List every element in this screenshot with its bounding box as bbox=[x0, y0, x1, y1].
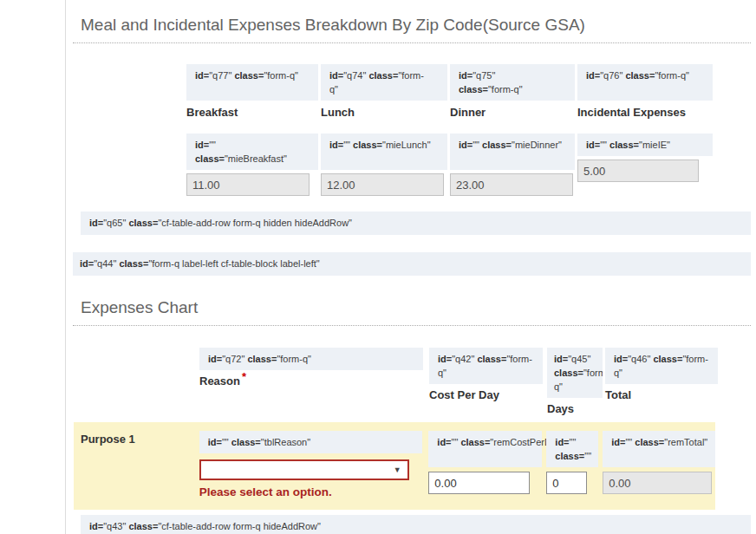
breakfast-label: Breakfast bbox=[186, 106, 238, 119]
reason-validation-error: Please select an option. bbox=[199, 485, 332, 498]
dinner-input bbox=[450, 173, 573, 196]
header-column-total: id="q46" class="form-q" Total bbox=[605, 348, 718, 401]
annotation-rem-cost-per-day: id="" class="remCostPerDay" bbox=[428, 431, 542, 467]
annotation-q72: id="q72" class="form-q" bbox=[199, 348, 423, 370]
annotation-rem-total: id="" class="remTotal" bbox=[603, 431, 715, 467]
total-input bbox=[603, 472, 712, 494]
cost-per-day-input[interactable] bbox=[428, 472, 530, 494]
purpose-1-row: Purpose 1 id="" class="tblReason" ▼ Plea… bbox=[74, 422, 715, 510]
annotation-bar-q65: id="q65" class="cf-table-add-row form-q … bbox=[81, 212, 751, 235]
reason-select[interactable]: ▼ bbox=[199, 459, 409, 480]
annotation-mie-breakfast: id="" class="mieBreakfast" bbox=[186, 134, 318, 170]
mie-table: id="q77" class="form-q" Breakfast id="" … bbox=[186, 64, 756, 196]
row-column-total: id="" class="remTotal" bbox=[603, 431, 715, 494]
annotation-tbl-reason: id="" class="tblReason" bbox=[199, 431, 423, 453]
annotation-q75: id="q75" class="form-q" bbox=[450, 64, 575, 101]
row-column-cost-per-day: id="" class="remCostPerDay" bbox=[428, 431, 542, 494]
annotation-bar-q43: id="q43" class="cf-table-add-row form-q … bbox=[81, 515, 751, 534]
incidental-expenses-label: Incidental Expenses bbox=[577, 106, 686, 119]
annotation-mie-ie: id="" class="mieIE" bbox=[577, 134, 713, 156]
annotation-q42: id="q42" class="form-q" bbox=[429, 348, 543, 384]
breakfast-input bbox=[186, 173, 310, 196]
annotation-mie-lunch: id="" class="mieLunch" bbox=[321, 134, 447, 170]
purpose-1-label: Purpose 1 bbox=[74, 431, 199, 446]
mie-section-title: Meal and Incidental Expenses Breakdown B… bbox=[73, 16, 751, 43]
days-input[interactable] bbox=[546, 472, 587, 494]
reason-label: Reason* bbox=[199, 374, 246, 387]
lunch-label: Lunch bbox=[321, 106, 355, 119]
expenses-table-header: id="q72" class="form-q" Reason* id="q42"… bbox=[199, 348, 756, 415]
header-column-reason: id="q72" class="form-q" Reason* bbox=[199, 348, 423, 387]
mie-column-dinner: id="q75" class="form-q" Dinner id="" cla… bbox=[450, 64, 575, 196]
left-border-divider bbox=[65, 0, 66, 534]
annotation-q77: id="q77" class="form-q" bbox=[186, 64, 318, 101]
mie-column-incidental: id="q76" class="form-q" Incidental Expen… bbox=[577, 64, 713, 196]
mie-column-breakfast: id="q77" class="form-q" Breakfast id="" … bbox=[186, 64, 318, 196]
header-column-cost-per-day: id="q42" class="form-q" Cost Per Day bbox=[429, 348, 543, 401]
annotation-q46: id="q46" class="form-q" bbox=[605, 348, 718, 384]
reason-label-text: Reason bbox=[199, 374, 240, 387]
days-label: Days bbox=[547, 402, 574, 415]
dinner-label: Dinner bbox=[450, 106, 486, 119]
annotation-q45: id="q45" class="form-q" bbox=[547, 348, 603, 398]
row-column-days: id="" class="" bbox=[546, 431, 598, 494]
lunch-input bbox=[321, 173, 444, 196]
annotation-q74: id="q74" class="form-q" bbox=[321, 64, 447, 101]
header-column-days: id="q45" class="form-q" Days bbox=[547, 348, 603, 415]
cost-per-day-label: Cost Per Day bbox=[429, 388, 499, 401]
chevron-down-icon: ▼ bbox=[394, 466, 401, 474]
row-column-reason: id="" class="tblReason" ▼ Please select … bbox=[199, 431, 423, 498]
incidental-expenses-input bbox=[577, 160, 699, 182]
required-star: * bbox=[242, 370, 246, 383]
annotation-days-field: id="" class="" bbox=[546, 431, 598, 467]
annotation-q76: id="q76" class="form-q" bbox=[577, 64, 713, 101]
mie-column-lunch: id="q74" class="form-q" Lunch id="" clas… bbox=[321, 64, 447, 196]
annotation-mie-dinner: id="" class="mieDinner" bbox=[450, 134, 575, 170]
total-label: Total bbox=[605, 388, 631, 401]
expenses-section-title: Expenses Chart bbox=[73, 298, 751, 326]
annotation-bar-q44: id="q44" class="form-q label-left cf-tab… bbox=[73, 252, 751, 276]
